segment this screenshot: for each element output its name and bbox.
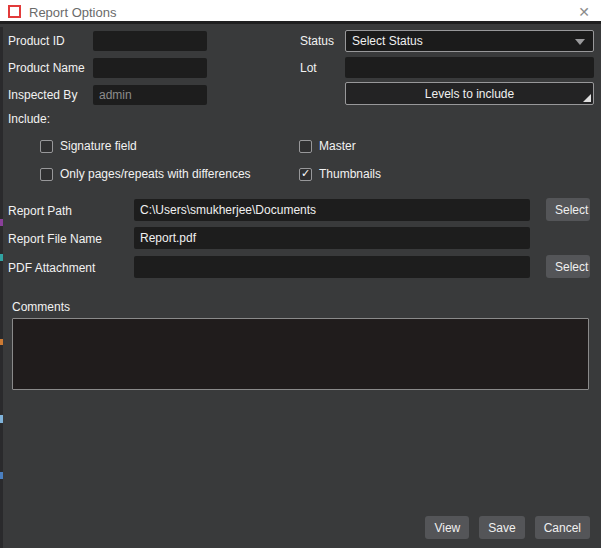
checkbox-label: Only pages/repeats with differences — [60, 167, 251, 181]
app-icon — [8, 5, 21, 18]
status-dropdown[interactable]: Select Status — [345, 30, 594, 52]
lot-input[interactable] — [345, 57, 594, 78]
product-name-label: Product Name — [8, 61, 85, 75]
levels-to-include-label: Levels to include — [425, 87, 514, 101]
status-label: Status — [300, 34, 334, 48]
levels-to-include-dropdown[interactable]: Levels to include — [345, 82, 594, 105]
cancel-button[interactable]: Cancel — [535, 516, 590, 539]
report-path-input[interactable] — [134, 199, 530, 221]
title-bar: Report Options ✕ — [0, 0, 601, 24]
edge-mark — [0, 415, 3, 423]
edge-mark — [0, 254, 3, 261]
inspected-by-label: Inspected By — [8, 88, 77, 102]
status-selected-value: Select Status — [352, 34, 423, 48]
pdf-attachment-select-button[interactable]: Select — [546, 255, 590, 278]
view-button[interactable]: View — [425, 516, 469, 539]
lot-label: Lot — [300, 61, 317, 75]
edge-mark — [0, 219, 3, 226]
pdf-attachment-label: PDF Attachment — [8, 261, 95, 275]
pdf-attachment-input[interactable] — [134, 256, 530, 278]
checkbox-label: Thumbnails — [319, 167, 381, 181]
checkbox-box[interactable] — [40, 168, 53, 181]
checkbox-label: Signature field — [60, 139, 137, 153]
edge-mark — [0, 339, 3, 345]
checkbox-box[interactable] — [299, 168, 312, 181]
report-options-dialog: Report Options ✕ Product ID Status Selec… — [0, 0, 601, 548]
checkbox-signature-field[interactable]: Signature field — [40, 139, 137, 153]
footer-button-row: View Save Cancel — [425, 516, 590, 539]
comments-textarea[interactable] — [12, 318, 589, 390]
save-button[interactable]: Save — [479, 516, 524, 539]
report-path-label: Report Path — [8, 204, 72, 218]
checkbox-box[interactable] — [40, 140, 53, 153]
window-title: Report Options — [29, 5, 116, 20]
close-icon[interactable]: ✕ — [575, 3, 593, 21]
report-file-name-label: Report File Name — [8, 232, 102, 246]
inspected-by-input[interactable] — [93, 85, 207, 105]
report-path-select-button[interactable]: Select — [546, 198, 590, 221]
product-id-label: Product ID — [8, 34, 65, 48]
report-file-name-input[interactable] — [134, 227, 530, 249]
comments-label: Comments — [12, 300, 70, 314]
checkbox-thumbnails[interactable]: Thumbnails — [299, 167, 381, 181]
checkbox-only-differences[interactable]: Only pages/repeats with differences — [40, 167, 251, 181]
include-section-label: Include: — [8, 112, 50, 126]
chevron-down-icon — [575, 39, 585, 45]
corner-expand-icon — [583, 94, 591, 102]
checkbox-master[interactable]: Master — [299, 139, 356, 153]
product-id-input[interactable] — [93, 31, 207, 51]
product-name-input[interactable] — [93, 58, 207, 78]
background-app-edge — [0, 27, 3, 548]
checkbox-box[interactable] — [299, 140, 312, 153]
edge-mark — [0, 472, 3, 479]
checkbox-label: Master — [319, 139, 356, 153]
